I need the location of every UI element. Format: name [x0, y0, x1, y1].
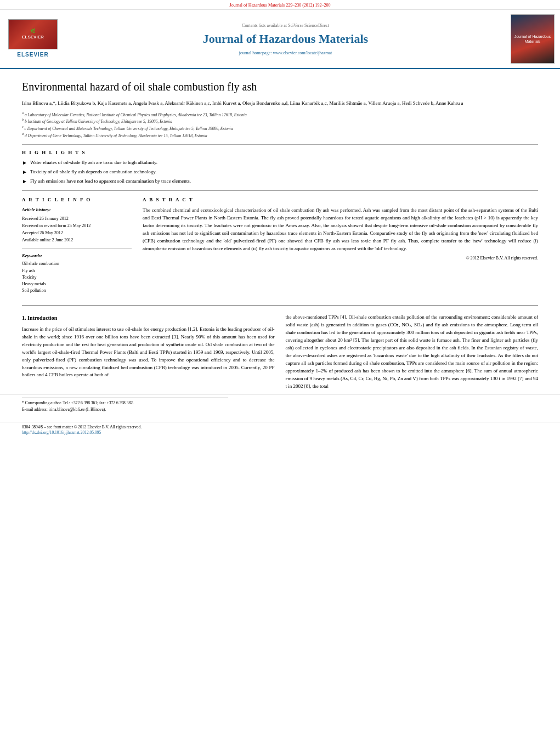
- copyright-line: © 2012 Elsevier B.V. All rights reserved…: [143, 255, 538, 261]
- page: Journal of Hazardous Materials 229–230 (…: [0, 0, 560, 741]
- highlights-title: H I G H L I G H T S: [22, 149, 538, 156]
- homepage-label: journal homepage: www.elsevier.com/locat…: [239, 50, 332, 55]
- homepage-text: journal homepage: www.elsevier.com/locat…: [239, 50, 332, 56]
- journal-citation: Journal of Hazardous Materials 229–230 (…: [230, 3, 331, 8]
- abstract-col: A B S T R A C T The combined chemical an…: [143, 196, 538, 294]
- journal-cover-image: Journal of Hazardous Materials: [511, 14, 555, 64]
- highlight-item-2: ► Toxicity of oil-shale fly ash depends …: [22, 168, 538, 176]
- received-revised-date: Received in revised form 25 May 2012: [22, 223, 132, 229]
- highlight-text-1: Water eluates of oil-shale fly ash are t…: [30, 159, 157, 166]
- article-title: Environmental hazard of oil shale combus…: [22, 79, 538, 94]
- keywords-label: Keywords:: [22, 253, 132, 259]
- divider-after-highlights: [22, 190, 538, 191]
- authors: Irina Blinova a,*, Liidia Bityukova b, K…: [22, 100, 538, 108]
- article-info-col: A R T I C L E I N F O Article history: R…: [22, 196, 132, 294]
- keyword-1: Oil shale combustion: [22, 261, 132, 267]
- divider-body: [22, 305, 538, 306]
- footnote-divider: [22, 398, 228, 398]
- intro-col-2: the above-mentioned TPPs [4]. Oil-shale …: [286, 314, 539, 393]
- keyword-4: Heavy metals: [22, 281, 132, 287]
- footer-issn: 0304-3894/$ – see front matter © 2012 El…: [22, 425, 538, 431]
- highlight-arrow-3: ►: [22, 178, 27, 185]
- keyword-3: Toxicity: [22, 274, 132, 280]
- elsevier-image: 🌿ELSEVIER: [8, 19, 58, 49]
- abstract-text: The combined chemical and ecotoxicologic…: [143, 207, 538, 253]
- article-info-section-title: A R T I C L E I N F O: [22, 196, 132, 203]
- affiliation-b: b b Institute of Geology at Tallinn Univ…: [22, 117, 538, 125]
- article-history-label: Article history:: [22, 207, 132, 213]
- abstract-section-title: A B S T R A C T: [143, 196, 538, 203]
- highlight-item-1: ► Water eluates of oil-shale fly ash are…: [22, 159, 538, 167]
- doi-link[interactable]: http://dx.doi.org/10.1016/j.jhazmat.2012…: [22, 430, 101, 435]
- received-date: Received 26 January 2012: [22, 216, 132, 222]
- intro-col-1: 1. Introduction Increase in the price of…: [22, 314, 275, 393]
- affiliation-d: d d Department of Gene Technology, Talli…: [22, 132, 538, 139]
- footnote-star: * Corresponding author. Tel.: +372 6 398…: [22, 400, 538, 406]
- footnote-area: * Corresponding author. Tel.: +372 6 398…: [0, 394, 560, 417]
- sciverse-label: Contents lists available at SciVerse Sci…: [242, 23, 329, 28]
- journal-title: Journal of Hazardous Materials: [203, 31, 368, 48]
- journal-cover-text: Journal of Hazardous Materials: [513, 34, 552, 44]
- intro-columns: 1. Introduction Increase in the price of…: [22, 314, 538, 393]
- elsevier-image-text: 🌿ELSEVIER: [22, 29, 44, 40]
- affiliations: a a Laboratory of Molecular Genetics, Na…: [22, 111, 538, 139]
- affiliation-a: a a Laboratory of Molecular Genetics, Na…: [22, 111, 538, 118]
- intro-title: 1. Introduction: [22, 314, 275, 323]
- highlight-item-3: ► Fly ash emissions have not lead to app…: [22, 178, 538, 185]
- header-center: Contents lists available at SciVerse Sci…: [66, 14, 505, 64]
- available-date: Available online 2 June 2012: [22, 237, 132, 243]
- body-section: 1. Introduction Increase in the price of…: [0, 314, 560, 393]
- intro-para-1: Increase in the price of oil stimulates …: [22, 326, 275, 380]
- highlights-section: H I G H L I G H T S ► Water eluates of o…: [22, 149, 538, 186]
- authors-text: Irina Blinova a,*, Liidia Bityukova b, K…: [22, 100, 463, 106]
- accepted-date: Accepted 26 May 2012: [22, 230, 132, 236]
- divider-after-affiliations: [22, 144, 538, 145]
- highlight-arrow-2: ►: [22, 168, 27, 176]
- info-abstract-columns: A R T I C L E I N F O Article history: R…: [22, 196, 538, 294]
- highlight-text-3: Fly ash emissions have not lead to appar…: [30, 178, 191, 185]
- highlight-arrow-1: ►: [22, 159, 27, 167]
- header-area: 🌿ELSEVIER ELSEVIER Contents lists availa…: [0, 10, 560, 69]
- footer-doi: http://dx.doi.org/10.1016/j.jhazmat.2012…: [22, 430, 538, 436]
- footnote-email: E-mail address: irina.blinova@kbfi.ee (I…: [22, 407, 538, 413]
- elsevier-wordmark: ELSEVIER: [17, 51, 48, 59]
- footnote-email-label: E-mail address: irina.blinova@kbfi.ee (I…: [22, 407, 106, 412]
- sciverse-text: Contents lists available at SciVerse Sci…: [242, 22, 329, 29]
- elsevier-logo: 🌿ELSEVIER ELSEVIER: [5, 14, 60, 64]
- intro-para-2: the above-mentioned TPPs [4]. Oil-shale …: [286, 314, 539, 390]
- keyword-5: Soil pollution: [22, 287, 132, 293]
- divider-in-info: [22, 248, 132, 248]
- highlight-text-2: Toxicity of oil-shale fly ash depends on…: [30, 168, 157, 176]
- page-footer: 0304-3894/$ – see front matter © 2012 El…: [0, 422, 560, 438]
- keyword-2: Fly ash: [22, 268, 132, 274]
- article-content: Environmental hazard of oil shale combus…: [0, 69, 560, 299]
- affiliation-c: c c Department of Chemical and Materials…: [22, 125, 538, 132]
- journal-top-bar: Journal of Hazardous Materials 229–230 (…: [0, 0, 560, 10]
